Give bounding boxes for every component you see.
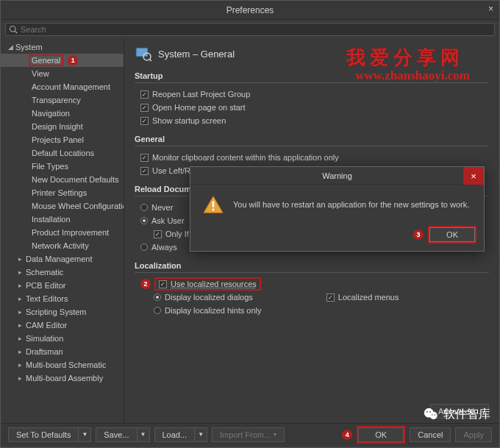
save-dropdown[interactable]: ▼ xyxy=(137,427,150,442)
radio-never[interactable] xyxy=(140,204,148,211)
radio-always[interactable] xyxy=(140,243,148,251)
chevron-down-icon: ▼ xyxy=(82,431,88,438)
svg-line-1 xyxy=(15,31,17,33)
tree-node-multiboard-schematic[interactable]: ▸Multi-board Schematic xyxy=(1,358,124,371)
svg-point-0 xyxy=(10,26,16,32)
radio-display-hints[interactable] xyxy=(154,307,161,314)
tree-node-draftsman[interactable]: ▸Draftsman xyxy=(1,345,124,358)
checkbox-onlyif[interactable]: ✓ xyxy=(154,230,162,238)
section-heading-startup: Startup xyxy=(135,70,489,83)
badge-1: 1 xyxy=(68,55,78,65)
warning-titlebar: Warning × xyxy=(190,167,484,185)
label-onlyif: Only If xyxy=(165,230,189,238)
tree-node-new-document-defaults[interactable]: New Document Defaults xyxy=(1,173,124,186)
search-input-wrap[interactable] xyxy=(5,23,495,36)
checkbox-reopen[interactable]: ✓ xyxy=(140,90,149,99)
warning-title: Warning xyxy=(322,171,352,180)
load-button[interactable]: Load... xyxy=(154,427,195,442)
close-icon[interactable]: × xyxy=(488,4,493,14)
window-title: Preferences xyxy=(226,5,274,15)
svg-rect-6 xyxy=(213,201,215,207)
page-title: System – General xyxy=(158,49,235,60)
tree-node-projects-panel[interactable]: Projects Panel xyxy=(1,133,124,146)
advanced-button[interactable]: Advanced... xyxy=(430,404,489,419)
tree-node-system[interactable]: ◢System xyxy=(1,40,124,54)
tree-node-default-locations[interactable]: Default Locations xyxy=(1,146,124,160)
page-icon xyxy=(135,45,152,63)
ok-button[interactable]: OK xyxy=(358,427,404,442)
section-heading-general: General xyxy=(135,133,489,146)
warning-icon xyxy=(202,195,224,214)
tree-node-navigation[interactable]: Navigation xyxy=(1,107,124,120)
chevron-down-icon: ▼ xyxy=(198,431,204,438)
search-icon xyxy=(9,25,18,34)
section-localization: Localization 2 ✓ Use localized resources… xyxy=(135,260,489,317)
tree-node-simulation[interactable]: ▸Simulation xyxy=(1,332,124,345)
apply-button[interactable]: Apply xyxy=(455,427,492,442)
label-openhome: Open Home page on start xyxy=(152,103,246,112)
tree-node-account-management[interactable]: Account Management xyxy=(1,80,124,93)
tree-node-mouse-wheel-config[interactable]: Mouse Wheel Configuration xyxy=(1,199,124,213)
highlight-3: OK xyxy=(428,226,476,243)
label-showsplash: Show startup screen xyxy=(152,116,226,125)
search-bar xyxy=(1,20,499,39)
svg-line-4 xyxy=(149,59,151,61)
dialog-footer: Set To Defaults▼ Save...▼ Load...▼ Impor… xyxy=(1,423,499,445)
radio-askuser[interactable] xyxy=(140,217,148,224)
tree-node-multiboard-assembly[interactable]: ▸Multi-board Assembly xyxy=(1,371,124,385)
checkbox-use-localized[interactable]: ✓ xyxy=(159,280,167,288)
cancel-button[interactable]: Cancel xyxy=(410,427,451,442)
label-use-localized[interactable]: Use localized resources xyxy=(171,280,257,288)
tree-node-printer-settings[interactable]: Printer Settings xyxy=(1,186,124,199)
chevron-down-icon: ▼ xyxy=(140,431,146,438)
set-defaults-dropdown[interactable]: ▼ xyxy=(78,427,91,442)
highlight-2: ✓ Use localized resources xyxy=(154,277,261,291)
tree-node-cam-editor[interactable]: ▸CAM Editor xyxy=(1,319,124,332)
tree-node-installation[interactable]: Installation xyxy=(1,213,124,226)
checkbox-leftright[interactable]: ✓ xyxy=(140,167,149,175)
tree-node-schematic[interactable]: ▸Schematic xyxy=(1,266,124,279)
tree-node-product-improvement[interactable]: Product Improvement xyxy=(1,226,124,239)
highlight-4: OK xyxy=(357,426,405,444)
label-display-dialogs: Display localized dialogs xyxy=(165,293,253,302)
tree-node-network-activity[interactable]: Network Activity xyxy=(1,239,124,252)
badge-4: 4 xyxy=(342,430,352,440)
svg-rect-7 xyxy=(213,209,215,211)
tree-node-view[interactable]: View xyxy=(1,67,124,80)
import-from-button[interactable]: Import From... ▾ xyxy=(212,427,285,442)
tree-node-data-management[interactable]: ▸Data Management xyxy=(1,252,124,266)
preferences-tree[interactable]: ◢System General 1 View Account Managemen… xyxy=(1,39,124,423)
label-never: Never xyxy=(151,203,173,212)
checkbox-openhome[interactable]: ✓ xyxy=(140,104,149,112)
section-startup: Startup ✓Reopen Last Project Group ✓Open… xyxy=(135,70,489,127)
save-button[interactable]: Save... xyxy=(96,427,136,442)
checkbox-monitor-clipboard[interactable]: ✓ xyxy=(140,154,149,162)
badge-2: 2 xyxy=(140,279,151,289)
load-dropdown[interactable]: ▼ xyxy=(194,427,207,442)
warning-close-button[interactable]: × xyxy=(463,167,484,185)
section-heading-localization: Localization xyxy=(135,260,489,273)
highlight-1: General xyxy=(29,54,63,66)
tree-node-transparency[interactable]: Transparency xyxy=(1,93,124,107)
checkbox-localized-menus[interactable]: ✓ xyxy=(326,294,335,302)
warning-dialog: Warning × You will have to restart an ap… xyxy=(190,166,485,252)
search-input[interactable] xyxy=(18,25,491,34)
tree-node-general[interactable]: General 1 xyxy=(1,54,124,67)
window-titlebar: Preferences × xyxy=(1,1,499,20)
label-display-hints: Display localized hints only xyxy=(165,306,261,315)
checkbox-showsplash[interactable]: ✓ xyxy=(140,117,149,125)
label-askuser: Ask User xyxy=(151,216,185,225)
tree-node-file-types[interactable]: File Types xyxy=(1,160,124,173)
tree-node-design-insight[interactable]: Design Insight xyxy=(1,120,124,133)
svg-rect-2 xyxy=(136,48,148,57)
label-always: Always xyxy=(151,243,177,252)
badge-3: 3 xyxy=(413,230,424,240)
radio-display-dialogs[interactable] xyxy=(154,294,161,301)
tree-node-text-editors[interactable]: ▸Text Editors xyxy=(1,292,124,305)
warning-message: You will have to restart an application … xyxy=(233,200,469,209)
tree-node-pcb-editor[interactable]: ▸PCB Editor xyxy=(1,279,124,292)
label-localized-menus: Localized menus xyxy=(338,293,399,302)
warning-ok-button[interactable]: OK xyxy=(429,227,475,242)
set-defaults-button[interactable]: Set To Defaults xyxy=(8,427,78,442)
tree-node-scripting-system[interactable]: ▸Scripting System xyxy=(1,305,124,319)
